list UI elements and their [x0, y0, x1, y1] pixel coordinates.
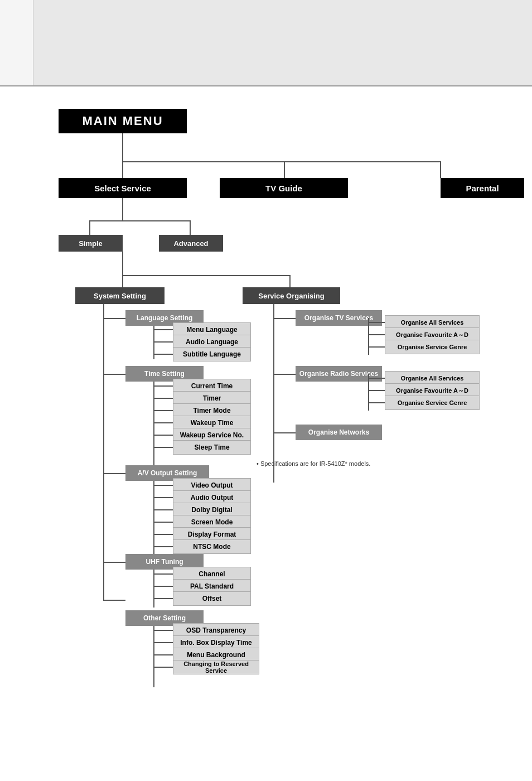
hline-tv-fav	[368, 334, 385, 335]
vline-uhf-ch	[153, 570, 154, 608]
service-organising-node: Service Organising	[243, 287, 340, 304]
hline-sys-svc	[122, 275, 289, 276]
advanced-node: Advanced	[159, 235, 223, 252]
hline-display	[153, 534, 173, 535]
organise-networks-node: Organise Networks	[296, 425, 382, 440]
vline-sel2	[122, 198, 123, 220]
vline-select	[122, 161, 123, 178]
hline-menu-bg	[153, 654, 173, 655]
hline-dolby	[153, 509, 173, 510]
hline-tv-genre	[368, 346, 385, 348]
top-bar-left	[0, 0, 33, 85]
vline-sys	[122, 275, 123, 287]
main-menu-title: MAIN MENU	[59, 109, 187, 133]
content-area: MAIN MENU Select Service TV Guide Parent…	[0, 86, 532, 611]
parental-node: Parental	[441, 178, 524, 198]
hline-timer	[153, 398, 173, 399]
subtitle-language-node: Subtitle Language	[173, 347, 251, 361]
hline-simple-adv	[89, 220, 190, 221]
tv-organise-genre-node: Organise Service Genre	[385, 340, 480, 354]
hline-osd	[153, 630, 173, 631]
vline-sys-long	[103, 304, 104, 600]
ntsc-mode-node: NTSC Mode	[173, 539, 251, 554]
vline-adv-down	[122, 252, 123, 275]
hline-ntsc	[153, 546, 173, 547]
hline-lang	[103, 318, 125, 319]
hline-channel	[153, 573, 173, 575]
hline-wakeup-svc	[153, 435, 173, 436]
simple-node: Simple	[59, 235, 123, 252]
vline-parental	[440, 161, 441, 178]
vline-other-ch	[153, 626, 154, 687]
hline-changing	[153, 667, 173, 668]
hline-menu-lang	[153, 329, 173, 330]
hline-audio-out	[153, 497, 173, 498]
tv-guide-node: TV Guide	[220, 178, 348, 198]
vline-tvguide	[284, 161, 285, 178]
vline-svc-org	[289, 275, 291, 287]
vline-radio-ch	[368, 374, 369, 411]
hline-video	[153, 485, 173, 486]
hline-offset	[153, 598, 173, 599]
hline-radio-svc	[273, 374, 296, 375]
hline-uhf	[103, 562, 125, 563]
hline-tv-all	[368, 322, 385, 323]
hline-sub-lang	[153, 354, 173, 355]
hline-tv-svc	[273, 318, 296, 319]
hline-org-net	[273, 432, 296, 433]
hline-radio-fav	[368, 390, 385, 391]
hline-info-box	[153, 642, 173, 643]
note-text: • Specifications are for IR-5410Z* model…	[257, 460, 370, 467]
radio-organise-genre-node: Organise Service Genre	[385, 396, 480, 410]
hline-curr-time	[153, 385, 173, 387]
sleep-time-node: Sleep Time	[173, 440, 251, 455]
changing-reserved-node: Changing to Reserved Service	[173, 660, 259, 674]
hline-time	[103, 374, 125, 375]
vline-main	[122, 133, 123, 161]
hline-audio-lang	[153, 341, 173, 343]
hline-radio-all	[368, 378, 385, 379]
hline-pal	[153, 586, 173, 587]
vline-tv-ch	[368, 318, 369, 355]
system-setting-node: System Setting	[75, 287, 165, 304]
hline-other	[103, 600, 125, 601]
hline-level1	[122, 161, 440, 162]
hline-av	[103, 473, 125, 474]
top-bar	[0, 0, 532, 86]
offset-node: Offset	[173, 591, 251, 606]
select-service-node: Select Service	[59, 178, 187, 198]
hline-radio-genre	[368, 402, 385, 403]
hline-sleep	[153, 447, 173, 448]
vline-advanced	[190, 220, 191, 235]
vline-simple	[89, 220, 90, 235]
vline-svc-long	[273, 304, 274, 483]
hline-wakeup-time	[153, 422, 173, 423]
hline-timer-mode	[153, 410, 173, 411]
menu-diagram: MAIN MENU Select Service TV Guide Parent…	[17, 98, 530, 600]
hline-screen	[153, 522, 173, 523]
vline-time-ch	[153, 382, 154, 468]
